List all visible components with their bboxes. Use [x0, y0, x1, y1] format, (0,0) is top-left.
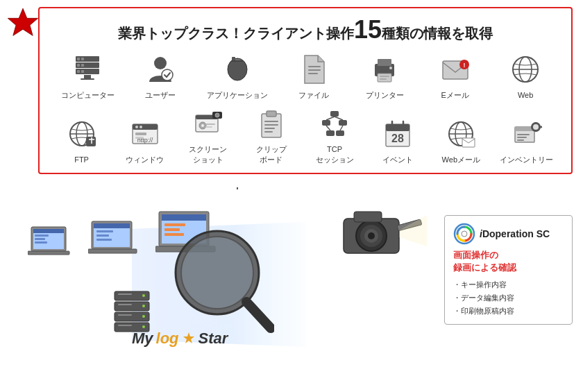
idoperation-list-item-3: 印刷物原稿内容: [453, 305, 564, 318]
icon-computer: コンピューター: [61, 51, 115, 100]
svg-rect-81: [517, 137, 527, 138]
icon-printer: プリンター: [360, 51, 409, 100]
svg-point-49: [201, 124, 204, 127]
idoperation-box: iDoperation SC 画面操作の 録画による確認 キー操作内容 データ編…: [444, 215, 573, 325]
svg-rect-19: [232, 60, 243, 62]
file-icon: [296, 51, 332, 87]
svg-point-41: [135, 126, 138, 128]
ftp-icon: [64, 116, 100, 152]
webmail-icon: [443, 116, 479, 152]
svg-rect-38: [86, 137, 96, 146]
svg-rect-106: [162, 214, 206, 221]
svg-point-131: [368, 232, 375, 239]
svg-point-117: [142, 315, 145, 318]
printer-label: プリンター: [366, 90, 404, 100]
svg-rect-57: [264, 124, 278, 126]
email-icon: !: [437, 51, 473, 87]
camera-icon: [337, 201, 427, 264]
svg-rect-96: [28, 251, 69, 255]
svg-rect-60: [330, 111, 339, 117]
icon-application: アプリケーション: [207, 51, 268, 100]
svg-rect-101: [96, 235, 109, 237]
window-icon: http://: [127, 116, 163, 152]
svg-line-68: [340, 126, 343, 130]
laptop-1: [28, 223, 80, 265]
mylogstar-star-icon: [182, 331, 196, 346]
svg-point-118: [142, 325, 145, 328]
svg-rect-56: [264, 121, 278, 122]
svg-rect-88: [540, 126, 542, 128]
svg-rect-94: [35, 238, 45, 240]
magnifier-area: [170, 225, 274, 339]
svg-rect-70: [386, 124, 409, 131]
svg-rect-64: [336, 130, 344, 136]
svg-line-125: [246, 302, 271, 328]
svg-rect-103: [88, 249, 137, 253]
svg-rect-121: [118, 314, 132, 316]
svg-marker-0: [8, 8, 37, 35]
svg-rect-95: [35, 241, 47, 244]
headline-prefix: 業界トップクラス！クライアント操作: [118, 26, 354, 41]
svg-point-124: [181, 237, 253, 309]
svg-rect-44: [135, 133, 146, 135]
svg-rect-58: [264, 128, 275, 129]
printer-icon: [366, 51, 403, 87]
top-section: 業界トップクラス！クライアント操作15種類の情報を取得: [38, 7, 573, 174]
headline: 業界トップクラス！クライアント操作15種類の情報を取得: [50, 15, 561, 44]
event-icon: 28: [380, 116, 416, 152]
file-label: ファイル: [298, 90, 329, 100]
svg-rect-59: [264, 131, 273, 133]
inventory-icon: [509, 116, 545, 152]
svg-rect-55: [267, 111, 276, 117]
clipboard-icon: [253, 105, 289, 142]
camera-area: [337, 201, 427, 266]
svg-rect-5: [77, 64, 80, 67]
svg-rect-62: [339, 120, 347, 126]
icon-file: ファイル: [289, 51, 338, 100]
svg-rect-99: [94, 223, 130, 228]
computer-label: コンピューター: [61, 90, 115, 100]
svg-rect-61: [322, 120, 330, 126]
idoperation-list-item-2: データ編集内容: [453, 291, 564, 305]
idoperation-list: キー操作内容 データ編集内容 印刷物原稿内容: [453, 278, 564, 317]
connector-line: [236, 187, 239, 189]
svg-line-66: [335, 117, 343, 120]
magnifier-icon: [170, 225, 274, 336]
mylogstar-star-text: Star: [198, 330, 228, 348]
idoperation-list-item-1: キー操作内容: [453, 278, 564, 291]
svg-rect-7: [81, 58, 84, 60]
idoperation-title-rest: Doperation SC: [482, 228, 550, 239]
icon-clipboard: クリップ ボード: [247, 105, 296, 164]
svg-marker-134: [399, 215, 427, 246]
svg-rect-26: [380, 76, 389, 77]
svg-rect-86: [534, 130, 536, 132]
svg-rect-132: [354, 212, 382, 222]
tcp-label: TCP セッション: [316, 144, 354, 164]
user-label: ユーザー: [145, 90, 176, 100]
svg-point-84: [533, 124, 539, 130]
window-label: ウィンドウ: [126, 155, 164, 164]
svg-rect-8: [81, 64, 84, 67]
event-label: イベント: [382, 155, 413, 164]
svg-point-115: [142, 294, 145, 297]
svg-line-67: [326, 126, 330, 130]
application-icon: [219, 51, 255, 87]
svg-rect-102: [96, 239, 112, 241]
svg-point-12: [154, 57, 167, 69]
svg-line-65: [326, 117, 335, 120]
icon-screenshot: スクリーン ショット: [184, 105, 233, 164]
svg-rect-92: [33, 229, 64, 233]
application-label: アプリケーション: [207, 90, 268, 100]
idoperation-header: iDoperation SC: [453, 223, 564, 245]
icon-tcp: TCP セッション: [310, 105, 359, 164]
icon-inventory: インベントリー: [500, 116, 553, 164]
svg-rect-27: [380, 78, 387, 80]
svg-point-116: [142, 305, 145, 307]
svg-rect-24: [378, 59, 391, 66]
icons-grid: コンピューター ユーザー: [50, 51, 561, 164]
svg-text:28: 28: [391, 133, 404, 144]
ftp-label: FTP: [74, 155, 89, 164]
idoperation-logo-icon: [453, 223, 475, 245]
svg-rect-93: [35, 235, 49, 237]
icon-email: ! Eメール: [431, 51, 480, 100]
